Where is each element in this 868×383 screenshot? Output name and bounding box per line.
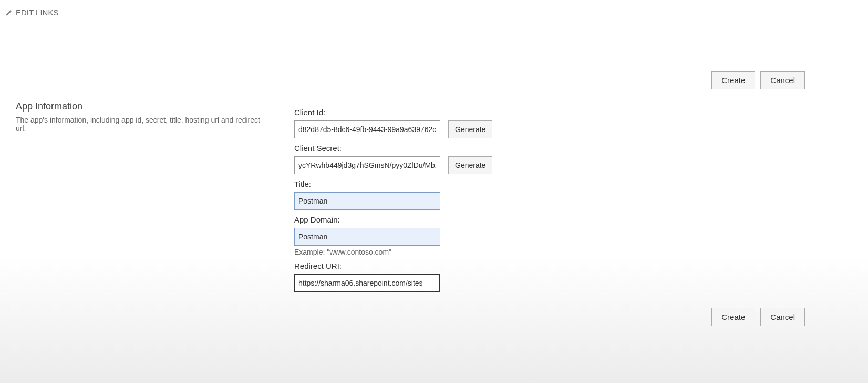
app-domain-row: App Domain: Example: "www.contoso.com" — [294, 215, 609, 256]
cancel-button-top[interactable]: Cancel — [760, 71, 805, 89]
top-button-row: Create Cancel — [711, 71, 805, 89]
client-secret-input[interactable] — [294, 156, 440, 174]
edit-links-link[interactable]: EDIT LINKS — [5, 8, 58, 17]
title-input[interactable] — [294, 192, 440, 210]
form-area: Client Id: Generate Client Secret: Gener… — [294, 108, 609, 297]
app-domain-input[interactable] — [294, 228, 440, 246]
client-id-label: Client Id: — [294, 108, 609, 117]
client-secret-generate-button[interactable]: Generate — [448, 156, 492, 174]
redirect-uri-input[interactable] — [294, 274, 440, 292]
pencil-icon — [5, 9, 13, 16]
title-row: Title: — [294, 179, 609, 210]
bottom-button-row: Create Cancel — [711, 308, 805, 326]
client-id-generate-button[interactable]: Generate — [448, 120, 492, 138]
client-secret-row: Client Secret: Generate — [294, 144, 609, 174]
edit-links-label: EDIT LINKS — [16, 8, 58, 17]
section-desc: The app's information, including app id,… — [16, 116, 268, 133]
client-secret-label: Client Secret: — [294, 144, 609, 153]
client-id-row: Client Id: Generate — [294, 108, 609, 138]
section-title: App Information — [16, 101, 82, 112]
title-label: Title: — [294, 179, 609, 188]
app-domain-label: App Domain: — [294, 215, 609, 224]
create-button-top[interactable]: Create — [711, 71, 755, 89]
create-button-bottom[interactable]: Create — [711, 308, 755, 326]
redirect-uri-label: Redirect URI: — [294, 261, 609, 270]
app-domain-hint: Example: "www.contoso.com" — [294, 248, 609, 256]
cancel-button-bottom[interactable]: Cancel — [760, 308, 805, 326]
redirect-uri-row: Redirect URI: https://sharma06.sharepoin… — [294, 261, 609, 292]
client-id-input[interactable] — [294, 120, 440, 138]
